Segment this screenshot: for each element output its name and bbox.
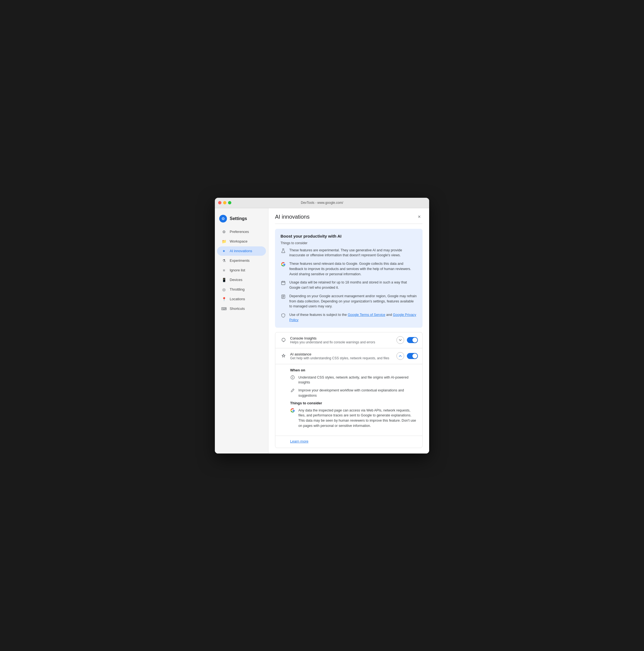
sidebar-item-label: Workspace: [230, 239, 248, 243]
throttling-icon: ◎: [221, 287, 226, 292]
info-box: Boost your productivity with AI Things t…: [275, 229, 423, 328]
document-icon: [280, 294, 286, 300]
things-item-1: Any data the inspected page can access v…: [290, 408, 418, 429]
console-insights-toggle[interactable]: [407, 337, 418, 343]
svg-point-3: [283, 342, 284, 342]
info-box-subtitle: Things to consider: [280, 241, 417, 245]
sidebar-item-workspace[interactable]: 📁 Workspace: [217, 237, 266, 246]
info-item-account: Depending on your Google account managem…: [280, 293, 417, 309]
info-item-tos: Use of these features is subject to the …: [280, 312, 417, 323]
things-to-consider-title: Things to consider: [290, 401, 418, 405]
sidebar-item-label: Ignore list: [230, 268, 245, 272]
main-header: AI innovations ×: [275, 214, 423, 224]
main-content: AI innovations × Boost your productivity…: [269, 208, 429, 454]
sidebar-item-ignore-list[interactable]: ≡ Ignore list: [217, 266, 266, 275]
ai-assistance-row: AI assistance Get help with understandin…: [275, 348, 422, 364]
sidebar-item-experiments[interactable]: ⚗ Experiments: [217, 256, 266, 265]
google-logo-icon: [280, 261, 286, 267]
learn-more-link[interactable]: Learn more: [275, 439, 313, 448]
shield-icon: [280, 313, 286, 318]
info-item-google-data: These features send relevant data to Goo…: [280, 261, 417, 277]
settings-logo-icon: ⚙: [219, 215, 227, 222]
svg-rect-0: [282, 282, 285, 285]
devices-icon: 📱: [221, 277, 226, 282]
sidebar-item-label: Preferences: [230, 229, 249, 234]
sidebar-item-label: Throttling: [230, 287, 245, 291]
console-insights-row: Console Insights Helps you understand an…: [275, 332, 422, 348]
preferences-icon: ⚙: [221, 229, 226, 234]
pencil-icon: [290, 388, 295, 393]
svg-point-5: [292, 376, 293, 377]
console-insights-icon: [280, 336, 287, 344]
info-item-tos-text: Use of these features is subject to the …: [289, 312, 417, 323]
info-item-account-text: Depending on your Google account managem…: [289, 293, 417, 309]
shortcuts-icon: ⌨: [221, 306, 226, 311]
console-insights-chevron[interactable]: [396, 336, 404, 344]
info-item-retention: Usage data will be retained for up to 18…: [280, 280, 417, 290]
ai-assistance-info: AI assistance Get help with understandin…: [290, 352, 396, 360]
experimental-icon: [280, 248, 286, 253]
console-insights-actions: [396, 336, 418, 344]
sidebar-item-label: Devices: [230, 278, 242, 282]
things-item-text-1: Any data the inspected page can access v…: [298, 408, 418, 429]
ai-assistance-actions: [396, 352, 418, 360]
info-item-experimental-text: These features are experimental. They us…: [289, 248, 417, 258]
workspace-icon: 📁: [221, 239, 226, 244]
close-button[interactable]: ×: [416, 214, 423, 220]
info-item-experimental: These features are experimental. They us…: [280, 248, 417, 258]
learn-more-container: Learn more: [275, 436, 422, 448]
sidebar-header: ⚙ Settings: [215, 213, 268, 227]
sidebar-item-devices[interactable]: 📱 Devices: [217, 275, 266, 285]
console-insights-desc: Helps you understand and fix console war…: [290, 340, 396, 344]
sidebar-item-locations[interactable]: 📍 Locations: [217, 294, 266, 304]
feature-card: Console Insights Helps you understand an…: [275, 332, 423, 448]
info-circle-icon: [290, 375, 295, 380]
ai-innovations-icon: ✦: [221, 249, 226, 253]
sidebar-item-label: Shortcuts: [230, 307, 245, 311]
sidebar-item-ai-innovations[interactable]: ✦ AI innovations: [217, 246, 266, 256]
console-insights-info: Console Insights Helps you understand an…: [290, 336, 396, 344]
traffic-lights: [218, 201, 231, 205]
google-icon-expanded: [290, 408, 295, 413]
info-item-google-text: These features send relevant data to Goo…: [289, 261, 417, 277]
locations-icon: 📍: [221, 297, 226, 302]
when-on-text-2: Improve your development workflow with c…: [298, 388, 418, 398]
ai-assistance-icon: [280, 352, 287, 360]
titlebar: DevTools - www.google.com/: [215, 198, 429, 208]
info-box-title: Boost your productivity with AI: [280, 234, 417, 239]
when-on-item-1: Understand CSS styles, network activity,…: [290, 375, 418, 385]
when-on-title: When on: [290, 368, 418, 372]
ai-assistance-chevron[interactable]: [396, 352, 404, 360]
sidebar-item-throttling[interactable]: ◎ Throttling: [217, 285, 266, 294]
sidebar-item-label: Locations: [230, 297, 245, 301]
experiments-icon: ⚗: [221, 258, 226, 263]
tos-link[interactable]: Google Terms of Service: [348, 313, 386, 317]
settings-window: DevTools - www.google.com/ ⚙ Settings ⚙ …: [215, 198, 429, 454]
window-content: ⚙ Settings ⚙ Preferences 📁 Workspace ✦ A…: [215, 208, 429, 454]
sidebar: ⚙ Settings ⚙ Preferences 📁 Workspace ✦ A…: [215, 208, 269, 454]
calendar-icon: [280, 280, 286, 286]
sidebar-item-label: Experiments: [230, 258, 249, 262]
sidebar-item-preferences[interactable]: ⚙ Preferences: [217, 227, 266, 237]
sidebar-item-label: AI innovations: [230, 249, 252, 253]
sidebar-title: Settings: [230, 216, 247, 221]
when-on-item-2: Improve your development workflow with c…: [290, 388, 418, 398]
close-traffic-light[interactable]: [218, 201, 221, 205]
ignore-list-icon: ≡: [221, 268, 226, 273]
titlebar-text: DevTools - www.google.com/: [301, 201, 343, 205]
ai-assistance-expanded: When on Understand CSS styles, network a…: [275, 368, 422, 436]
ai-assistance-name: AI assistance: [290, 352, 396, 356]
console-insights-name: Console Insights: [290, 336, 396, 340]
info-item-retention-text: Usage data will be retained for up to 18…: [289, 280, 417, 290]
when-on-text-1: Understand CSS styles, network activity,…: [298, 375, 418, 385]
page-title: AI innovations: [275, 214, 310, 220]
ai-assistance-toggle[interactable]: [407, 353, 418, 359]
minimize-traffic-light[interactable]: [223, 201, 226, 205]
maximize-traffic-light[interactable]: [228, 201, 231, 205]
sidebar-item-shortcuts[interactable]: ⌨ Shortcuts: [217, 304, 266, 313]
ai-assistance-desc: Get help with understanding CSS styles, …: [290, 356, 396, 360]
